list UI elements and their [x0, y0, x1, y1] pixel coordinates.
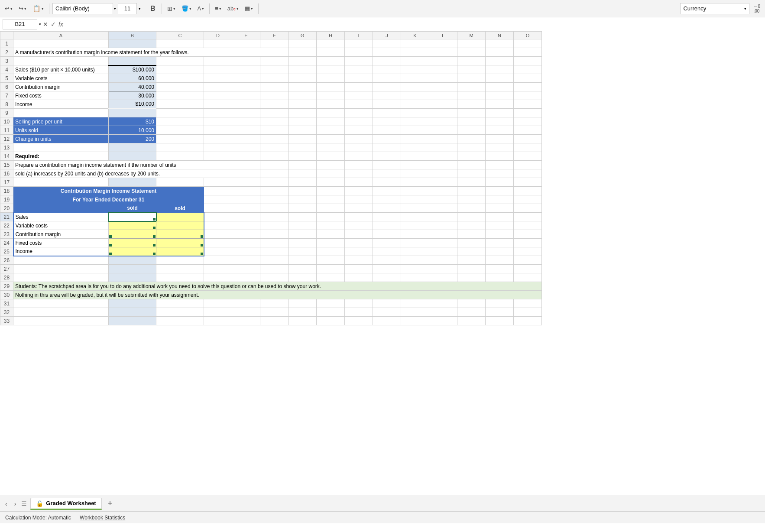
cell-C6[interactable] [156, 83, 204, 91]
cell-A11[interactable]: Units sold [13, 126, 109, 135]
cell-D10[interactable] [204, 117, 232, 126]
cell-K28[interactable] [401, 273, 429, 282]
col-header-L[interactable]: L [429, 32, 457, 39]
cell-G26[interactable] [288, 256, 317, 265]
cell-H31[interactable] [317, 299, 345, 308]
cell-O23[interactable] [514, 230, 542, 239]
cell-D5[interactable] [204, 74, 232, 83]
cell-A28[interactable] [13, 273, 109, 282]
cell-J8[interactable] [373, 100, 401, 109]
borders-button[interactable]: ⊞ ▾ [165, 4, 178, 13]
cell-I3[interactable] [345, 57, 373, 65]
cell-M15[interactable] [457, 161, 486, 169]
font-size-chevron[interactable]: ▾ [139, 6, 141, 11]
cell-B28[interactable] [109, 273, 156, 282]
tab-menu-button[interactable]: ☰ [21, 500, 27, 507]
cell-N22[interactable] [486, 221, 514, 230]
cell-F11[interactable] [260, 126, 288, 135]
spellcheck-button[interactable]: abc ▾ [225, 4, 241, 13]
cell-O21[interactable] [514, 213, 542, 221]
cell-C10[interactable] [156, 117, 204, 126]
cell-J31[interactable] [373, 299, 401, 308]
cell-B24[interactable] [109, 239, 156, 247]
cell-F20[interactable] [260, 204, 288, 213]
cell-C13[interactable] [156, 143, 204, 152]
cell-G25[interactable] [288, 247, 317, 256]
cell-E31[interactable] [232, 299, 260, 308]
cell-L5[interactable] [429, 74, 457, 83]
cell-J15[interactable] [373, 161, 401, 169]
col-header-O[interactable]: O [514, 32, 542, 39]
cell-D11[interactable] [204, 126, 232, 135]
cell-A21[interactable]: Sales [13, 213, 109, 221]
cell-N18[interactable] [486, 187, 514, 195]
cell-E32[interactable] [232, 308, 260, 317]
cell-H4[interactable] [317, 65, 345, 74]
cell-B25[interactable] [109, 247, 156, 256]
cell-E33[interactable] [232, 317, 260, 325]
cell-C28[interactable] [156, 273, 204, 282]
cell-M12[interactable] [457, 135, 486, 143]
cell-E4[interactable] [232, 65, 260, 74]
cell-D23[interactable] [204, 230, 232, 239]
cell-C17[interactable] [156, 178, 204, 187]
cell-D25[interactable] [204, 247, 232, 256]
add-sheet-button[interactable]: + [105, 498, 115, 509]
cell-I14[interactable] [345, 152, 373, 161]
cell-D12[interactable] [204, 135, 232, 143]
cell-D13[interactable] [204, 143, 232, 152]
cell-G15[interactable] [288, 161, 317, 169]
cell-C22[interactable] [156, 221, 204, 230]
cell-O3[interactable] [514, 57, 542, 65]
cell-A32[interactable] [13, 308, 109, 317]
cell-M4[interactable] [457, 65, 486, 74]
cell-O11[interactable] [514, 126, 542, 135]
cell-M9[interactable] [457, 109, 486, 117]
cell-J16[interactable] [373, 169, 401, 178]
cell-G2[interactable] [288, 48, 317, 57]
cell-N23[interactable] [486, 230, 514, 239]
cell-F24[interactable] [260, 239, 288, 247]
cell-E25[interactable] [232, 247, 260, 256]
cell-L10[interactable] [429, 117, 457, 126]
cell-A27[interactable] [13, 265, 109, 273]
cell-E7[interactable] [232, 91, 260, 100]
cell-D9[interactable] [204, 109, 232, 117]
cell-M11[interactable] [457, 126, 486, 135]
cell-C1[interactable] [156, 39, 204, 48]
cell-H20[interactable] [317, 204, 345, 213]
cell-J2[interactable] [373, 48, 401, 57]
cell-A25[interactable]: Income [13, 247, 109, 256]
font-color-chevron[interactable]: ▾ [202, 6, 204, 11]
cell-K6[interactable] [401, 83, 429, 91]
cell-I13[interactable] [345, 143, 373, 152]
cell-O19[interactable] [514, 195, 542, 204]
cell-O24[interactable] [514, 239, 542, 247]
cell-F1[interactable] [260, 39, 288, 48]
cell-C14[interactable] [156, 152, 204, 161]
cell-L6[interactable] [429, 83, 457, 91]
cell-B12[interactable]: 200 [109, 135, 156, 143]
cell-H1[interactable] [317, 39, 345, 48]
cell-G31[interactable] [288, 299, 317, 308]
cell-F26[interactable] [260, 256, 288, 265]
cell-G14[interactable] [288, 152, 317, 161]
cell-I7[interactable] [345, 91, 373, 100]
cell-B26[interactable] [109, 256, 156, 265]
cell-M18[interactable] [457, 187, 486, 195]
cell-C23[interactable] [156, 230, 204, 239]
cell-L3[interactable] [429, 57, 457, 65]
redo-chevron[interactable]: ▾ [24, 6, 26, 11]
cell-D31[interactable] [204, 299, 232, 308]
cell-A1[interactable] [13, 39, 109, 48]
cell-F28[interactable] [260, 273, 288, 282]
cell-C3[interactable] [156, 57, 204, 65]
cell-D26[interactable] [204, 256, 232, 265]
cell-B11[interactable]: 10,000 [109, 126, 156, 135]
cell-L31[interactable] [429, 299, 457, 308]
cell-G33[interactable] [288, 317, 317, 325]
cell-D20[interactable] [204, 204, 232, 213]
cell-A17[interactable] [13, 178, 109, 187]
cell-G17[interactable] [288, 178, 317, 187]
cell-L14[interactable] [429, 152, 457, 161]
